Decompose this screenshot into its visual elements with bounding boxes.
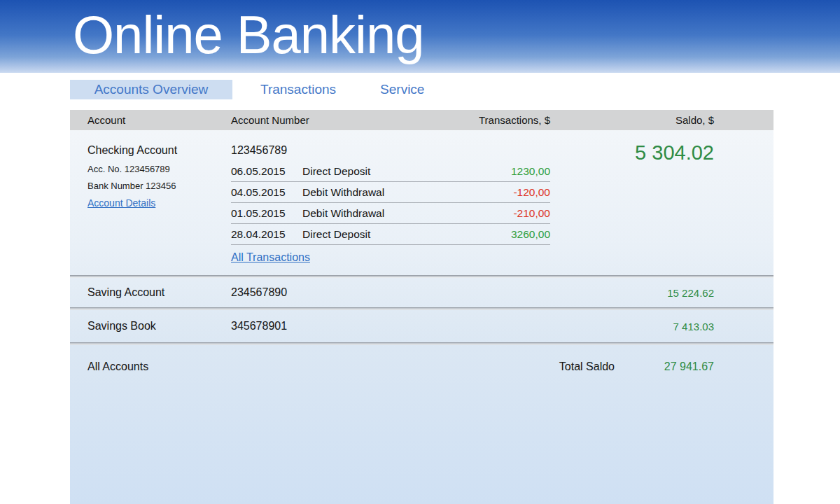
transaction-date: 06.05.2015: [231, 165, 302, 178]
account-acc-no: Acc. No. 123456789: [88, 161, 231, 178]
all-accounts-row: All Accounts Total Saldo 27 941.67: [70, 345, 774, 373]
account-name: Saving Account: [88, 286, 231, 299]
transaction-type: Direct Deposit: [302, 165, 511, 178]
account-number: 345678901: [231, 320, 550, 332]
account-saldo: 7 413.03: [550, 321, 714, 332]
account-number: 123456789: [231, 140, 550, 161]
table-header: Account Account Number Transactions, $ S…: [70, 110, 774, 130]
transaction-row: 28.04.2015 Direct Deposit 3260,00: [231, 224, 550, 245]
saving-account-row: Saving Account 234567890 15 224.62: [70, 278, 774, 307]
checking-transactions: 123456789 06.05.2015 Direct Deposit 1230…: [231, 140, 550, 275]
all-transactions-link[interactable]: All Transactions: [231, 251, 310, 264]
column-header-account-number: Account Number: [231, 114, 309, 126]
checking-account-section: Checking Account Acc. No. 123456789 Bank…: [70, 130, 774, 275]
column-header-transactions: Transactions, $: [479, 114, 550, 126]
transaction-amount: 1230,00: [511, 165, 550, 178]
account-details-link[interactable]: Account Details: [88, 197, 155, 209]
all-accounts-label: All Accounts: [88, 360, 231, 373]
transaction-row: 04.05.2015 Debit Withdrawal -120,00: [231, 182, 550, 203]
total-saldo-value: 27 941.67: [615, 360, 714, 373]
online-banking-page: Online Banking Accounts Overview Transac…: [0, 0, 840, 504]
transaction-row: 01.05.2015 Debit Withdrawal -210,00: [231, 203, 550, 224]
tab-service[interactable]: Service: [380, 82, 424, 97]
transaction-amount: -120,00: [513, 186, 550, 199]
transaction-row: 06.05.2015 Direct Deposit 1230,00: [231, 161, 550, 182]
accounts-overview-panel: Account Account Number Transactions, $ S…: [70, 110, 774, 504]
transaction-amount: -210,00: [513, 207, 550, 220]
tab-bar: Accounts Overview Transactions Service: [0, 80, 840, 99]
account-bank-number: Bank Number 123456: [88, 178, 231, 195]
transaction-date: 01.05.2015: [231, 207, 302, 220]
account-number: 234567890: [231, 286, 550, 299]
tab-accounts-overview[interactable]: Accounts Overview: [70, 80, 232, 99]
app-title: Online Banking: [0, 0, 840, 62]
checking-account-info: Checking Account Acc. No. 123456789 Bank…: [88, 140, 231, 275]
total-saldo-label: Total Saldo: [559, 360, 615, 373]
transaction-type: Debit Withdrawal: [302, 186, 513, 199]
column-header-saldo: Saldo, $: [550, 114, 714, 126]
transaction-date: 04.05.2015: [231, 186, 302, 199]
transaction-date: 28.04.2015: [231, 228, 302, 241]
transaction-type: Direct Deposit: [302, 228, 511, 241]
transaction-amount: 3260,00: [511, 228, 550, 241]
account-saldo: 15 224.62: [550, 287, 714, 299]
account-name: Checking Account: [88, 140, 231, 161]
checking-saldo: 5 304.02: [550, 141, 714, 275]
transaction-type: Debit Withdrawal: [302, 207, 513, 220]
app-header: Online Banking: [0, 0, 840, 73]
savings-book-row: Savings Book 345678901 7 413.03: [70, 310, 774, 342]
column-header-account: Account: [88, 114, 231, 126]
tab-transactions[interactable]: Transactions: [260, 82, 336, 97]
account-name: Savings Book: [88, 320, 231, 332]
